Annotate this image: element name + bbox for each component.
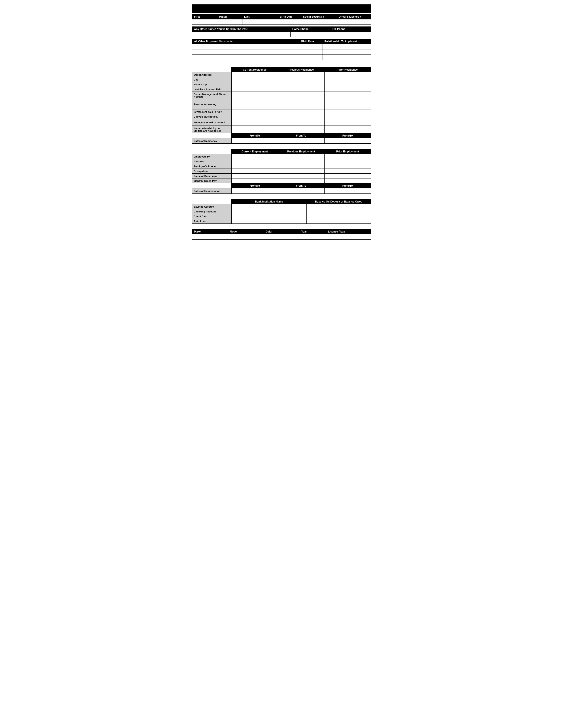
res-notice-previous[interactable] [278, 114, 324, 119]
emp-pay-label: Monthly Gross Pay [192, 178, 231, 183]
birth-date-input[interactable] [278, 19, 301, 25]
emp-pay-current[interactable] [231, 178, 278, 183]
emp-supervisor-previous[interactable] [278, 174, 324, 178]
res-dates-previous[interactable] [278, 138, 324, 144]
vehicle-model-input[interactable] [228, 234, 263, 240]
dl-input[interactable] [337, 19, 371, 25]
emp-pay-previous[interactable] [278, 178, 324, 183]
bank-savings-label: Savings Account [192, 204, 231, 209]
emp-fromto-blank [192, 183, 231, 188]
occupants-input-2[interactable] [192, 49, 300, 55]
bank-checking-balance[interactable] [307, 209, 371, 214]
vehicle-license-input[interactable] [326, 234, 371, 240]
emp-occupation-previous[interactable] [278, 169, 324, 174]
res-askedmove-previous[interactable] [278, 119, 324, 126]
res-rent-current[interactable] [231, 87, 278, 92]
emp-phone-previous[interactable] [278, 164, 324, 169]
emp-dates-previous[interactable] [278, 188, 324, 194]
res-rentpaid-previous[interactable] [278, 109, 324, 114]
res-owner-prior[interactable] [324, 92, 371, 99]
bank-savings-name[interactable] [231, 204, 307, 209]
middle-input[interactable] [217, 19, 242, 25]
bank-credit-name[interactable] [231, 214, 307, 219]
bank-blank-header [192, 199, 231, 204]
emp-address-previous[interactable] [278, 159, 324, 164]
last-input[interactable] [242, 19, 278, 25]
res-askedmove-prior[interactable] [324, 119, 371, 126]
res-utilities-prior[interactable] [324, 126, 371, 133]
bank-autoloan-balance[interactable] [307, 219, 371, 224]
ssn-input[interactable] [301, 19, 337, 25]
res-state-prior[interactable] [324, 82, 371, 87]
col-current-res: Current Residence [231, 67, 278, 72]
res-utilities-current[interactable] [231, 126, 278, 133]
emp-supervisor-prior[interactable] [324, 174, 371, 178]
res-reason-previous[interactable] [278, 99, 324, 109]
emp-employer-prior[interactable] [324, 154, 371, 159]
other-names-input[interactable] [192, 32, 291, 37]
occupants-table: All Other Proposed Occupants Birth Date … [192, 39, 371, 60]
res-notice-current[interactable] [231, 114, 278, 119]
bank-checking-label: Checking Account [192, 209, 231, 214]
emp-fromto-current: From/To [231, 183, 278, 188]
res-rentpaid-prior[interactable] [324, 109, 371, 114]
occ-birth-input-2[interactable] [300, 49, 323, 55]
occupants-input[interactable] [192, 44, 300, 49]
occ-birth-input-3[interactable] [300, 55, 323, 60]
res-city-current[interactable] [231, 77, 278, 82]
vehicle-year-input[interactable] [300, 234, 326, 240]
occupants-input-3[interactable] [192, 55, 300, 60]
emp-employer-previous[interactable] [278, 154, 324, 159]
res-city-previous[interactable] [278, 77, 324, 82]
col-prior-res: Prior Residence [324, 67, 371, 72]
res-notice-prior[interactable] [324, 114, 371, 119]
res-owner-current[interactable] [231, 92, 278, 99]
res-state-previous[interactable] [278, 82, 324, 87]
res-reason-current[interactable] [231, 99, 278, 109]
res-state-current[interactable] [231, 82, 278, 87]
occ-birth-input[interactable] [300, 44, 323, 49]
res-street-current[interactable] [231, 72, 278, 77]
res-utilities-previous[interactable] [278, 126, 324, 133]
emp-occupation-label: Occupation [192, 169, 231, 174]
emp-pay-prior[interactable] [324, 178, 371, 183]
bank-checking-name[interactable] [231, 209, 307, 214]
res-reason-prior[interactable] [324, 99, 371, 109]
emp-occupation-prior[interactable] [324, 169, 371, 174]
cell-phone-input[interactable] [330, 32, 371, 37]
emp-dates-prior[interactable] [324, 188, 371, 194]
res-askedmove-label: Were you asked to move? [192, 119, 231, 126]
occ-rel-input[interactable] [323, 44, 371, 49]
vehicle-table: Make Model Color Year License Plate [192, 229, 371, 240]
occ-rel-input-3[interactable] [323, 55, 371, 60]
emp-dates-current[interactable] [231, 188, 278, 194]
res-askedmove-current[interactable] [231, 119, 278, 126]
res-owner-previous[interactable] [278, 92, 324, 99]
res-dates-current[interactable] [231, 138, 278, 144]
vehicle-color-input[interactable] [263, 234, 300, 240]
bank-autoloan-name[interactable] [231, 219, 307, 224]
bank-credit-balance[interactable] [307, 214, 371, 219]
emp-occupation-current[interactable] [231, 169, 278, 174]
res-street-previous[interactable] [278, 72, 324, 77]
home-phone-input[interactable] [290, 32, 330, 37]
emp-address-prior[interactable] [324, 159, 371, 164]
emp-address-current[interactable] [231, 159, 278, 164]
res-street-prior[interactable] [324, 72, 371, 77]
res-rent-prior[interactable] [324, 87, 371, 92]
emp-phone-prior[interactable] [324, 164, 371, 169]
res-street-label: Street Address [192, 72, 231, 77]
bank-savings-balance[interactable] [307, 204, 371, 209]
vehicle-make-input[interactable] [192, 234, 228, 240]
res-dates-prior[interactable] [324, 138, 371, 144]
res-rentpaid-current[interactable] [231, 109, 278, 114]
res-city-prior[interactable] [324, 77, 371, 82]
emp-employer-current[interactable] [231, 154, 278, 159]
emp-supervisor-current[interactable] [231, 174, 278, 178]
first-input[interactable] [192, 19, 217, 25]
col-license: License Plate [326, 229, 371, 234]
col-middle: Middle [217, 14, 242, 19]
res-rent-previous[interactable] [278, 87, 324, 92]
occ-rel-input-2[interactable] [323, 49, 371, 55]
emp-phone-current[interactable] [231, 164, 278, 169]
